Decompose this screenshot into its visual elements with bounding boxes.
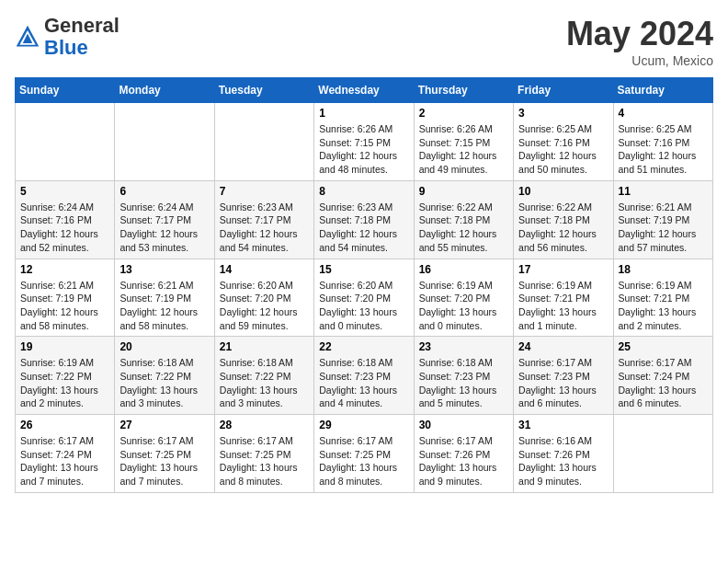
day-cell: 20Sunrise: 6:18 AMSunset: 7:22 PMDayligh… [115,337,214,415]
day-info: Sunrise: 6:18 AMSunset: 7:23 PMDaylight:… [319,356,408,410]
day-cell: 15Sunrise: 6:20 AMSunset: 7:20 PMDayligh… [314,259,414,337]
day-info: Sunrise: 6:24 AMSunset: 7:16 PMDaylight:… [20,201,109,255]
day-number: 28 [220,419,309,431]
logo-icon [15,24,40,50]
day-cell: 9Sunrise: 6:22 AMSunset: 7:18 PMDaylight… [414,180,513,259]
page-header: General Blue May 2024 Ucum, Mexico [15,15,713,68]
day-number: 25 [619,340,708,353]
day-cell: 24Sunrise: 6:17 AMSunset: 7:23 PMDayligh… [514,337,613,415]
weekday-header-row: SundayMondayTuesdayWednesdayThursdayFrid… [16,78,713,103]
day-info: Sunrise: 6:22 AMSunset: 7:18 PMDaylight:… [419,201,508,255]
logo-blue-text: Blue [44,36,88,59]
day-info: Sunrise: 6:25 AMSunset: 7:16 PMDaylight:… [619,122,708,177]
month-title: May 2024 [566,15,713,53]
day-info: Sunrise: 6:19 AMSunset: 7:20 PMDaylight:… [419,279,508,333]
day-number: 12 [20,263,109,276]
day-info: Sunrise: 6:17 AMSunset: 7:25 PMDaylight:… [319,434,408,488]
day-info: Sunrise: 6:21 AMSunset: 7:19 PMDaylight:… [119,279,209,333]
day-number: 8 [319,185,408,198]
day-cell: 6Sunrise: 6:24 AMSunset: 7:17 PMDaylight… [115,180,214,259]
day-cell [115,103,214,181]
day-cell: 23Sunrise: 6:18 AMSunset: 7:23 PMDayligh… [414,337,513,415]
day-info: Sunrise: 6:19 AMSunset: 7:22 PMDaylight:… [20,356,109,410]
day-cell: 28Sunrise: 6:17 AMSunset: 7:25 PMDayligh… [214,415,313,493]
day-cell: 29Sunrise: 6:17 AMSunset: 7:25 PMDayligh… [314,415,414,493]
day-info: Sunrise: 6:18 AMSunset: 7:22 PMDaylight:… [220,356,309,410]
day-number: 31 [518,419,608,431]
week-row-2: 5Sunrise: 6:24 AMSunset: 7:16 PMDaylight… [16,180,713,259]
week-row-1: 1Sunrise: 6:26 AMSunset: 7:15 PMDaylight… [16,103,713,181]
day-number: 15 [319,263,408,276]
day-info: Sunrise: 6:21 AMSunset: 7:19 PMDaylight:… [619,201,708,255]
day-cell: 30Sunrise: 6:17 AMSunset: 7:26 PMDayligh… [414,415,513,493]
day-cell: 5Sunrise: 6:24 AMSunset: 7:16 PMDaylight… [16,180,115,259]
day-cell: 25Sunrise: 6:17 AMSunset: 7:24 PMDayligh… [613,337,712,415]
day-number: 13 [119,263,209,276]
day-number: 9 [419,185,508,198]
day-number: 26 [20,419,109,431]
day-cell: 1Sunrise: 6:26 AMSunset: 7:15 PMDaylight… [314,103,414,181]
weekday-header-saturday: Saturday [613,78,712,103]
day-info: Sunrise: 6:19 AMSunset: 7:21 PMDaylight:… [518,279,608,333]
day-cell: 12Sunrise: 6:21 AMSunset: 7:19 PMDayligh… [16,259,115,337]
day-number: 14 [220,263,309,276]
weekday-header-sunday: Sunday [16,78,115,103]
day-cell: 2Sunrise: 6:26 AMSunset: 7:15 PMDaylight… [414,103,513,181]
day-cell [613,415,712,493]
day-cell: 13Sunrise: 6:21 AMSunset: 7:19 PMDayligh… [115,259,214,337]
day-cell: 31Sunrise: 6:16 AMSunset: 7:26 PMDayligh… [514,415,613,493]
day-cell: 27Sunrise: 6:17 AMSunset: 7:25 PMDayligh… [115,415,214,493]
day-info: Sunrise: 6:22 AMSunset: 7:18 PMDaylight:… [518,201,608,255]
day-info: Sunrise: 6:20 AMSunset: 7:20 PMDaylight:… [319,279,408,333]
weekday-header-tuesday: Tuesday [214,78,313,103]
day-info: Sunrise: 6:16 AMSunset: 7:26 PMDaylight:… [518,434,608,488]
day-number: 5 [20,185,109,198]
weekday-header-thursday: Thursday [414,78,513,103]
day-cell: 18Sunrise: 6:19 AMSunset: 7:21 PMDayligh… [613,259,712,337]
day-info: Sunrise: 6:23 AMSunset: 7:18 PMDaylight:… [319,201,408,255]
day-number: 30 [419,419,508,431]
calendar-table: SundayMondayTuesdayWednesdayThursdayFrid… [15,77,713,493]
day-number: 1 [319,107,408,120]
day-number: 29 [319,419,408,431]
day-cell: 14Sunrise: 6:20 AMSunset: 7:20 PMDayligh… [214,259,313,337]
location: Ucum, Mexico [566,53,713,68]
day-cell: 7Sunrise: 6:23 AMSunset: 7:17 PMDaylight… [214,180,313,259]
day-cell: 10Sunrise: 6:22 AMSunset: 7:18 PMDayligh… [514,180,613,259]
day-cell: 17Sunrise: 6:19 AMSunset: 7:21 PMDayligh… [514,259,613,337]
day-cell [214,103,313,181]
day-number: 4 [619,107,708,120]
weekday-header-monday: Monday [115,78,214,103]
day-cell: 3Sunrise: 6:25 AMSunset: 7:16 PMDaylight… [514,103,613,181]
week-row-4: 19Sunrise: 6:19 AMSunset: 7:22 PMDayligh… [16,337,713,415]
day-cell: 8Sunrise: 6:23 AMSunset: 7:18 PMDaylight… [314,180,414,259]
day-info: Sunrise: 6:17 AMSunset: 7:23 PMDaylight:… [518,356,608,410]
day-info: Sunrise: 6:17 AMSunset: 7:25 PMDaylight:… [119,434,209,488]
day-cell: 26Sunrise: 6:17 AMSunset: 7:24 PMDayligh… [16,415,115,493]
day-number: 24 [518,340,608,353]
day-number: 2 [419,107,508,120]
day-number: 18 [619,263,708,276]
week-row-5: 26Sunrise: 6:17 AMSunset: 7:24 PMDayligh… [16,415,713,493]
day-number: 3 [518,107,608,120]
day-cell: 22Sunrise: 6:18 AMSunset: 7:23 PMDayligh… [314,337,414,415]
day-number: 19 [20,340,109,353]
day-info: Sunrise: 6:26 AMSunset: 7:15 PMDaylight:… [419,122,508,177]
day-info: Sunrise: 6:19 AMSunset: 7:21 PMDaylight:… [619,279,708,333]
logo-general-text: General [44,14,119,37]
day-cell: 21Sunrise: 6:18 AMSunset: 7:22 PMDayligh… [214,337,313,415]
day-info: Sunrise: 6:17 AMSunset: 7:25 PMDaylight:… [220,434,309,488]
day-number: 21 [220,340,309,353]
day-cell: 11Sunrise: 6:21 AMSunset: 7:19 PMDayligh… [613,180,712,259]
day-number: 20 [119,340,209,353]
day-cell: 16Sunrise: 6:19 AMSunset: 7:20 PMDayligh… [414,259,513,337]
day-number: 17 [518,263,608,276]
day-number: 22 [319,340,408,353]
day-number: 10 [518,185,608,198]
day-number: 27 [119,419,209,431]
weekday-header-friday: Friday [514,78,613,103]
day-info: Sunrise: 6:21 AMSunset: 7:19 PMDaylight:… [20,279,109,333]
day-info: Sunrise: 6:17 AMSunset: 7:24 PMDaylight:… [619,356,708,410]
day-cell: 19Sunrise: 6:19 AMSunset: 7:22 PMDayligh… [16,337,115,415]
weekday-header-wednesday: Wednesday [314,78,414,103]
